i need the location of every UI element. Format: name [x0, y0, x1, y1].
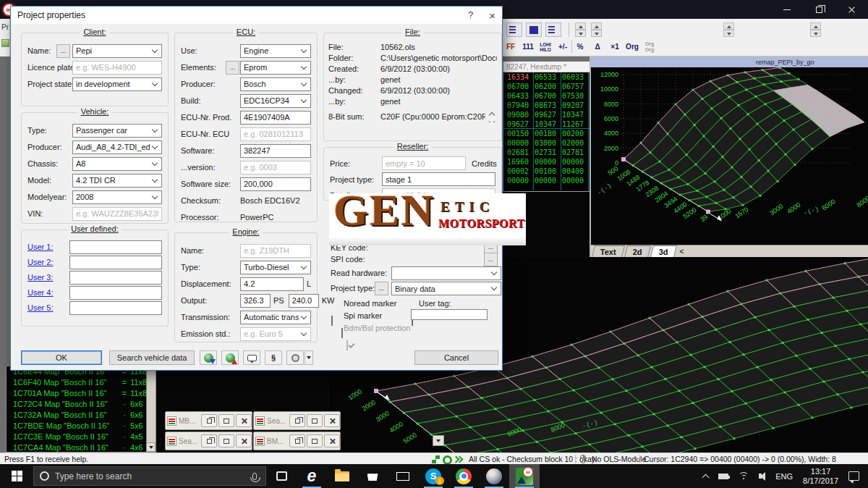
- action-center-button[interactable]: [843, 464, 868, 488]
- minimized-window[interactable]: Sea...: [165, 432, 252, 450]
- task-view-button[interactable]: [266, 464, 297, 488]
- vin-field[interactable]: e.g. WAUZZZ8E35A23542: [72, 207, 162, 221]
- maximize-button[interactable]: [218, 434, 234, 447]
- vehicle-model-combo[interactable]: 4.2 TDI CR: [72, 174, 162, 188]
- start-button[interactable]: [0, 464, 33, 488]
- minimize-button[interactable]: [770, 0, 803, 19]
- close-button[interactable]: [324, 414, 340, 427]
- software-version-field[interactable]: e.g. 0003: [240, 161, 311, 174]
- upload-to-web-button[interactable]: [221, 350, 239, 365]
- map-list-scrollbar[interactable]: [146, 366, 156, 452]
- restore-button[interactable]: [201, 434, 217, 447]
- software-size-field[interactable]: 200,000: [240, 177, 311, 191]
- emission-combo[interactable]: e.g. Euro 5: [240, 327, 311, 341]
- tray-chevron-button[interactable]: [698, 464, 713, 488]
- new-project-icon[interactable]: [1, 39, 9, 47]
- engine-type-combo[interactable]: Turbo-Diesel: [240, 261, 311, 274]
- block-view-button[interactable]: [526, 22, 542, 37]
- map-3d-window[interactable]: remap_PEPI_by_go 12000100008000600040002…: [590, 56, 868, 257]
- settings-button[interactable]: [286, 350, 304, 365]
- toolbar-button[interactable]: Org: [624, 40, 641, 54]
- map-list-item[interactable]: 1C72C4 Map "Bosch II 16"·6x6: [7, 399, 156, 410]
- output-kw-field[interactable]: 240.0: [289, 294, 319, 308]
- user-field-input[interactable]: [69, 256, 162, 269]
- map-list-item[interactable]: 1C7C3E Map "Bosch II 16"·4x5: [7, 432, 156, 442]
- maximize-button[interactable]: [307, 414, 323, 427]
- taskbar-paint[interactable]: [479, 464, 509, 488]
- hex-row[interactable]: 16960000000000000: [503, 157, 602, 167]
- restore-button[interactable]: [289, 434, 305, 447]
- noread-marker-checkbox[interactable]: [331, 316, 333, 326]
- ecu-elements-combo[interactable]: Eprom: [240, 61, 311, 75]
- software-field[interactable]: 382247: [240, 144, 311, 158]
- scroll-down-button[interactable]: [433, 435, 444, 446]
- price-field[interactable]: empty = 10: [382, 156, 466, 170]
- tray-volume[interactable]: [754, 464, 770, 488]
- vehicle-modelyear-combo[interactable]: 2008: [72, 190, 162, 204]
- engine-name-field[interactable]: e.g. Z19DTH: [240, 244, 311, 258]
- cancel-button[interactable]: Cancel: [414, 350, 498, 365]
- taskbar-mail[interactable]: [388, 464, 418, 488]
- taskbar-store[interactable]: [357, 464, 388, 488]
- ecu-elements-browse-button[interactable]: ...: [226, 61, 239, 75]
- download-from-web-button[interactable]: [200, 350, 217, 365]
- user-field-link[interactable]: User 2:: [27, 258, 69, 266]
- close-button[interactable]: [236, 414, 252, 427]
- vehicle-producer-combo[interactable]: Audi_A8_4.2-TDI_edc16: [72, 140, 162, 154]
- tab-3d[interactable]: 3d: [650, 245, 677, 257]
- toolbar-button[interactable]: %: [571, 40, 589, 54]
- vehicle-chassis-combo[interactable]: A8: [72, 157, 162, 171]
- tray-wifi[interactable]: [733, 464, 754, 488]
- transmission-combo[interactable]: Automatic transmiss: [240, 311, 311, 324]
- minimized-window[interactable]: MB...: [165, 411, 252, 430]
- row-spinner[interactable]: [575, 22, 586, 38]
- hex-row[interactable]: 09080096271034711: [503, 110, 602, 119]
- menu-fragment[interactable]: Pr: [1, 23, 9, 31]
- taskbar-explorer[interactable]: [327, 464, 357, 488]
- dialog-close-button[interactable]: ×: [489, 9, 495, 22]
- user-field-link[interactable]: User 3:: [27, 273, 69, 282]
- ecu-build-combo[interactable]: EDC16CP34: [240, 94, 311, 108]
- spi-code-browse-button[interactable]: ...: [484, 253, 498, 266]
- map-3d-canvas[interactable]: 1200010000800060004000200005001008148817…: [591, 67, 868, 245]
- taskbar-chrome[interactable]: [448, 464, 479, 488]
- clock[interactable]: 13:178/17/2017: [798, 464, 843, 488]
- hex-row[interactable]: 07940086730920709: [503, 101, 602, 110]
- tab-text[interactable]: Text: [592, 245, 625, 257]
- minimized-window[interactable]: Sea...: [253, 411, 341, 430]
- client-name-combo[interactable]: Pepi: [72, 44, 162, 58]
- col-spinner[interactable]: [591, 22, 602, 38]
- user-tag-field[interactable]: [411, 309, 488, 320]
- map-list-item[interactable]: 1C701A Map "Bosch II 16"=11x8: [7, 388, 156, 399]
- ecu-producer-combo[interactable]: Bosch: [240, 77, 311, 91]
- hex-row[interactable]: 06433067000753007: [503, 91, 602, 101]
- map-3d-window-title[interactable]: remap_PEPI_by_go: [591, 57, 868, 67]
- user-field-link[interactable]: User 5:: [27, 303, 69, 312]
- toolbar-button[interactable]: Δ: [589, 40, 606, 54]
- licence-plate-field[interactable]: e.g. WES-H4900: [72, 61, 162, 75]
- ok-button[interactable]: OK: [21, 350, 102, 365]
- taskbar-skype[interactable]: S 1: [418, 464, 448, 488]
- language-indicator[interactable]: ENG: [770, 464, 798, 488]
- reseller-project-type-field[interactable]: stage 1: [382, 172, 495, 186]
- tab-2d[interactable]: 2d: [624, 245, 651, 257]
- settings-dropdown-button[interactable]: [305, 350, 313, 365]
- hexdump-window[interactable]: 82247, Hexdump * 16334065330603306 06700…: [503, 62, 603, 192]
- restore-button[interactable]: [803, 0, 835, 19]
- map-list-item[interactable]: 1C7BDE Map "Bosch II 16"·5x6: [7, 421, 156, 432]
- client-name-browse-button[interactable]: ...: [56, 44, 70, 58]
- comment-button[interactable]: [243, 350, 260, 365]
- hex-row[interactable]: 00000000000000000: [503, 176, 602, 185]
- hex-row[interactable]: 00002001000040000: [503, 167, 602, 176]
- toolbar-button[interactable]: FF: [502, 40, 519, 54]
- user-field-input[interactable]: [69, 301, 162, 315]
- toolbar-button[interactable]: +/-: [554, 40, 571, 54]
- maximize-button[interactable]: [307, 434, 323, 447]
- maximize-button[interactable]: [218, 414, 234, 427]
- output-ps-field[interactable]: 326.3: [240, 294, 271, 308]
- toolbar-button[interactable]: LOHI HILO: [537, 40, 554, 54]
- spi-marker-checkbox[interactable]: [341, 328, 343, 338]
- hex-row[interactable]: 02681027310278102: [503, 148, 602, 157]
- ecu-nr-ecu-field[interactable]: e.g. 0281012113: [240, 127, 311, 141]
- taskbar-edge[interactable]: e: [297, 464, 327, 488]
